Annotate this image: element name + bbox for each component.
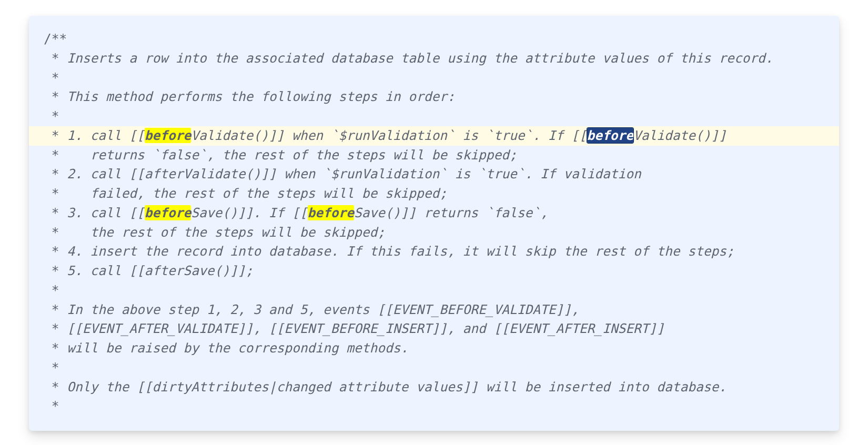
code-line[interactable]: * — [29, 397, 839, 416]
code-line[interactable]: * This method performs the following ste… — [29, 87, 839, 107]
code-block[interactable]: /** * Inserts a row into the associated … — [29, 16, 839, 431]
code-text: * — [44, 398, 59, 413]
code-line[interactable]: * — [29, 281, 839, 300]
code-line[interactable]: /** — [29, 29, 839, 49]
code-line[interactable]: * In the above step 1, 2, 3 and 5, event… — [29, 300, 839, 320]
code-text: will be raised by the corresponding meth… — [67, 340, 408, 356]
code-text: * — [44, 302, 67, 317]
code-text: 3. call [[ — [67, 205, 145, 220]
code-text: In the above step 1, 2, 3 and 5, events … — [67, 302, 579, 317]
code-text: * — [44, 186, 90, 201]
code-line[interactable]: * — [29, 358, 839, 378]
code-text: Only the [[dirtyAttributes|changed attri… — [67, 379, 726, 395]
page: /** * Inserts a row into the associated … — [0, 0, 868, 445]
code-text: the rest of the steps will be skipped; — [90, 225, 386, 240]
code-text: * — [44, 225, 90, 240]
code-line[interactable]: * 2. call [[afterValidate()]] when `$run… — [29, 165, 839, 184]
code-text: 4. insert the record into database. If t… — [67, 244, 734, 259]
code-line[interactable]: * 4. insert the record into database. If… — [29, 242, 839, 261]
code-line[interactable]: * — [29, 68, 839, 88]
search-match: before — [308, 205, 355, 220]
search-match: before — [145, 128, 191, 143]
code-text: * — [44, 128, 67, 143]
code-text: [[EVENT_AFTER_VALIDATE]], [[EVENT_BEFORE… — [67, 321, 664, 336]
code-text: * — [44, 263, 67, 278]
code-line[interactable]: * 3. call [[beforeSave()]]. If [[beforeS… — [29, 204, 839, 223]
code-text: * — [44, 89, 67, 104]
code-text: failed, the rest of the steps will be sk… — [90, 186, 448, 201]
code-text: returns `false`, the rest of the steps w… — [90, 147, 517, 163]
code-text: * — [44, 244, 67, 259]
code-text: Save()]] returns `false`, — [354, 205, 548, 220]
code-text: * — [44, 379, 67, 395]
code-text: * — [44, 340, 67, 356]
code-line[interactable]: * [[EVENT_AFTER_VALIDATE]], [[EVENT_BEFO… — [29, 319, 839, 339]
code-text: * — [44, 282, 59, 298]
code-line[interactable]: * returns `false`, the rest of the steps… — [29, 146, 839, 165]
code-text: Save()]]. If [[ — [191, 205, 307, 220]
code-text: * — [44, 360, 59, 375]
code-line[interactable]: * will be raised by the corresponding me… — [29, 339, 839, 358]
code-text: Validate()]] — [633, 128, 726, 143]
code-line[interactable]: * Inserts a row into the associated data… — [29, 49, 839, 68]
search-match: before — [145, 205, 191, 220]
code-line[interactable]: * — [29, 107, 839, 126]
code-line[interactable]: * 5. call [[afterSave()]]; — [29, 261, 839, 281]
code-text: 2. call [[afterValidate()]] when `$runVa… — [67, 166, 641, 181]
code-line[interactable]: * the rest of the steps will be skipped; — [29, 223, 839, 242]
code-text: Inserts a row into the associated databa… — [67, 50, 773, 66]
code-text: /** — [44, 31, 67, 46]
code-text: * — [44, 70, 59, 85]
code-text: * — [44, 147, 90, 163]
code-text: * — [44, 205, 67, 220]
code-line[interactable]: * Only the [[dirtyAttributes|changed att… — [29, 378, 839, 397]
code-text: * — [44, 166, 67, 181]
code-text: * — [44, 108, 59, 124]
search-match-selected: before — [587, 128, 634, 143]
code-line[interactable]: * 1. call [[beforeValidate()]] when `$ru… — [29, 126, 839, 146]
code-text: Validate()]] when `$runValidation` is `t… — [191, 128, 587, 143]
code-line[interactable]: * failed, the rest of the steps will be … — [29, 184, 839, 204]
code-text: This method performs the following steps… — [67, 89, 455, 104]
code-text: 5. call [[afterSave()]]; — [67, 263, 253, 278]
code-text: * — [44, 321, 67, 336]
code-text: * — [44, 50, 67, 66]
code-text: 1. call [[ — [67, 128, 145, 143]
